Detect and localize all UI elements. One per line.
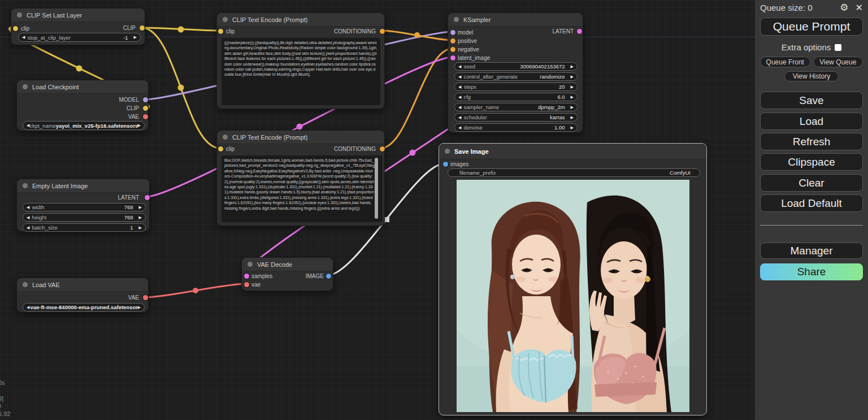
- input-slot-model[interactable]: [450, 30, 455, 35]
- node-title-bar[interactable]: Load VAE: [17, 278, 148, 292]
- widget-denoise[interactable]: ◀ denoise 1.00 ▶: [454, 123, 578, 132]
- load-button[interactable]: Load: [760, 112, 863, 130]
- widget-right-arrow-icon[interactable]: ▶: [571, 105, 574, 110]
- widget-right-arrow-icon[interactable]: ▶: [571, 95, 574, 99]
- widget-left-arrow-icon[interactable]: ◀: [458, 95, 461, 99]
- collapse-dot[interactable]: [445, 149, 450, 154]
- refresh-button[interactable]: Refresh: [760, 133, 863, 150]
- node-vae-decode[interactable]: VAE Decode samples vae IMAGE: [241, 257, 333, 291]
- link-dot[interactable]: [410, 150, 416, 156]
- clipspace-button[interactable]: Clipspace: [760, 153, 863, 171]
- positive-prompt-textarea[interactable]: (((masterpiece))),((bestquality)),8k,hig…: [222, 38, 380, 105]
- widget-right-arrow-icon[interactable]: ▶: [134, 35, 137, 40]
- widget-right-arrow-icon[interactable]: ▶: [138, 305, 141, 310]
- widget-left-arrow-icon[interactable]: ◀: [458, 105, 461, 110]
- view-history-button[interactable]: View History: [784, 71, 839, 81]
- widget-left-arrow-icon[interactable]: ◀: [22, 35, 25, 40]
- output-slot-conditioning[interactable]: [380, 146, 385, 151]
- node-title-bar[interactable]: Load Checkpoint: [17, 80, 148, 94]
- widget-right-arrow-icon[interactable]: ▶: [139, 215, 142, 220]
- widget-left-arrow-icon[interactable]: ◀: [458, 85, 461, 89]
- node-empty-latent-image[interactable]: Empty Latent Image LATENT ◀ width 768 ▶ …: [16, 179, 150, 232]
- negative-prompt-textarea[interactable]: Blur,DOF,sketch,breasts,female,1girls,wo…: [222, 155, 383, 222]
- input-slot-clip[interactable]: [218, 29, 223, 34]
- widget-right-arrow-icon[interactable]: ▶: [139, 226, 142, 230]
- save-button[interactable]: Save: [760, 92, 863, 109]
- output-slot-clip[interactable]: [143, 106, 148, 111]
- node-load-checkpoint[interactable]: Load Checkpoint MODEL CLIP VAE ◀ ckpt_na…: [16, 80, 149, 131]
- widget-left-arrow-icon[interactable]: ◀: [458, 115, 461, 120]
- load-default-button[interactable]: Load Default: [760, 194, 863, 212]
- widget-left-arrow-icon[interactable]: ◀: [27, 215, 29, 220]
- close-icon[interactable]: ✕: [856, 3, 863, 12]
- generated-image-preview[interactable]: [457, 180, 689, 412]
- node-ksampler[interactable]: KSampler model positive negative latent_…: [448, 12, 583, 133]
- widget-right-arrow-icon[interactable]: ▶: [571, 85, 574, 89]
- node-clip-text-encode-negative[interactable]: CLIP Text Encode (Prompt) clip CONDITION…: [216, 130, 385, 226]
- widget-left-arrow-icon[interactable]: ◀: [27, 205, 29, 210]
- node-title-bar[interactable]: CLIP Text Encode (Prompt): [217, 13, 384, 27]
- widget-seed[interactable]: ◀ seed 300690402153672 ▶: [454, 62, 578, 71]
- widget-left-arrow-icon[interactable]: ◀: [458, 64, 461, 69]
- output-slot-model[interactable]: [143, 97, 148, 102]
- collapse-dot[interactable]: [454, 17, 459, 22]
- node-title-bar[interactable]: Empty Latent Image: [17, 179, 149, 193]
- input-slot-positive[interactable]: [450, 38, 455, 44]
- node-save-image[interactable]: Save Image images filename_prefix ComfyU…: [439, 143, 707, 415]
- node-title-bar[interactable]: Save Image: [439, 144, 706, 159]
- collapse-dot[interactable]: [248, 262, 253, 267]
- output-slot-latent[interactable]: [577, 29, 582, 34]
- widget-right-arrow-icon[interactable]: ▶: [571, 125, 574, 130]
- share-button[interactable]: Share: [760, 263, 863, 280]
- collapse-dot[interactable]: [23, 183, 28, 188]
- output-slot-vae[interactable]: [143, 114, 148, 119]
- input-slot-latent-image[interactable]: [450, 55, 455, 60]
- node-title-bar[interactable]: CLIP Text Encode (Prompt): [217, 131, 384, 144]
- widget-width[interactable]: ◀ width 768 ▶: [23, 203, 146, 211]
- extra-options-checkbox[interactable]: [835, 44, 841, 51]
- node-load-vae[interactable]: Load VAE VAE ◀ vae-ft-mse-840000-ema-pru…: [16, 278, 149, 313]
- queue-prompt-button[interactable]: Queue Prompt: [760, 18, 863, 36]
- collapse-dot[interactable]: [17, 12, 22, 18]
- manager-button[interactable]: Manager: [760, 243, 863, 259]
- settings-gear-icon[interactable]: ⚙: [840, 3, 848, 12]
- widget-control-after-generate[interactable]: ◀ control_after_generate randomize ▶: [454, 72, 578, 81]
- output-slot-latent[interactable]: [145, 195, 150, 200]
- widget-batch-size[interactable]: ◀ batch_size 1 ▶: [23, 223, 146, 232]
- widget-scheduler[interactable]: ◀ scheduler karras ▶: [454, 113, 578, 122]
- node-title-bar[interactable]: VAE Decode: [242, 258, 333, 271]
- node-title-bar[interactable]: KSampler: [448, 13, 583, 27]
- widget-sampler-name[interactable]: ◀ sampler_name dpmpp_2m ▶: [454, 103, 578, 111]
- widget-right-arrow-icon[interactable]: ▶: [571, 75, 574, 79]
- input-slot-vae[interactable]: [244, 282, 249, 287]
- widget-height[interactable]: ◀ height 768 ▶: [23, 213, 146, 222]
- widget-filename-prefix[interactable]: filename_prefix ComfyUI: [448, 168, 700, 177]
- node-clip-set-last-layer[interactable]: CLIP Set Last Layer clip CLIP ◀ stop_at_…: [11, 8, 145, 45]
- input-slot-clip[interactable]: [218, 146, 223, 151]
- widget-right-arrow-icon[interactable]: ▶: [139, 205, 142, 210]
- input-slot-clip-dot[interactable]: [13, 26, 18, 31]
- widget-stop-at-clip-layer[interactable]: ◀ stop_at_clip_layer -1 ▶: [18, 33, 141, 42]
- textarea-scrollbar[interactable]: [375, 158, 378, 219]
- output-slot-conditioning[interactable]: [380, 29, 385, 34]
- widget-right-arrow-icon[interactable]: ▶: [571, 115, 574, 120]
- collapse-dot[interactable]: [223, 17, 228, 22]
- link-dot-square[interactable]: [384, 217, 389, 222]
- clear-button[interactable]: Clear: [760, 174, 863, 192]
- node-title-bar[interactable]: CLIP Set Last Layer: [11, 8, 145, 22]
- widget-vae-name[interactable]: ◀ vae-ft-mse-840000-ema-pruned.safetenso…: [23, 303, 145, 311]
- collapse-dot[interactable]: [23, 282, 28, 287]
- link-dot[interactable]: [178, 27, 184, 33]
- node-clip-text-encode-positive[interactable]: CLIP Text Encode (Prompt) clip CONDITION…: [216, 12, 385, 109]
- queue-front-button[interactable]: Queue Front: [760, 57, 810, 67]
- input-slot-images[interactable]: [443, 162, 448, 167]
- output-slot-clip[interactable]: [140, 25, 145, 31]
- widget-ckpt-name[interactable]: ◀ ckpt_name yayoi_mix_v25-fp16.safetenso…: [23, 121, 145, 130]
- widget-left-arrow-icon[interactable]: ◀: [27, 305, 29, 310]
- widget-steps[interactable]: ◀ steps 20 ▶: [454, 83, 578, 91]
- widget-left-arrow-icon[interactable]: ◀: [27, 226, 29, 230]
- input-slot-samples[interactable]: [244, 274, 249, 279]
- link-dot[interactable]: [178, 85, 184, 91]
- link-dot[interactable]: [193, 288, 198, 293]
- collapse-dot[interactable]: [23, 84, 28, 89]
